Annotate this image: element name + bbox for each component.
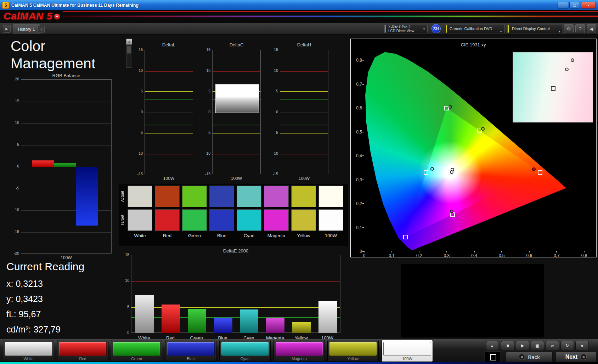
delta_c-xlabel: 100W (212, 176, 261, 181)
collapse-arrow-button[interactable]: ◀ (587, 24, 596, 33)
delta_e_2000-limit-10 (131, 281, 340, 281)
cie-ylabel-0,6: 0,6 (352, 106, 362, 110)
pattern-button-cyan[interactable]: Cyan (219, 340, 271, 362)
delta_c-limit--10 (213, 154, 260, 154)
meter-dropdown[interactable]: X-Rite i1Pro 2 LCD Direct View ▼ (384, 24, 428, 33)
pattern-swatch-100w (383, 342, 431, 356)
cie-ytick (362, 84, 364, 85)
swatch-row-label-target: Target (120, 209, 126, 231)
delta_e_2000-title: DeltaE 2000 (131, 248, 340, 254)
meter-dropdown-text: X-Rite i1Pro 2 LCD Direct View (385, 24, 427, 33)
delta_h-plot (280, 50, 328, 174)
cie-xtick (391, 251, 392, 252)
delta_e_2000-ytick-10: 10 (122, 278, 129, 283)
scroll-up-button[interactable]: ▲ (126, 39, 132, 45)
cie-ytick (362, 251, 364, 252)
cie-ytick (362, 155, 364, 156)
close-button[interactable]: × (581, 2, 596, 8)
pattern-button-red[interactable]: Red (57, 340, 108, 362)
delta_c-ytick-5: 5 (204, 89, 210, 93)
delta_h-ytick--10: -10 (272, 151, 278, 155)
pattern-label-yellow: Yellow (328, 357, 378, 361)
calman-logo: CalMAN 5 (4, 11, 53, 22)
cie-xlabel-0,2: 0,2 (412, 253, 426, 258)
charts-scrollbar[interactable]: ▲ (126, 39, 132, 68)
cie-ylabel-0,3: 0,3 (352, 177, 362, 182)
scrollbar-thumb[interactable] (127, 46, 131, 53)
help-button[interactable]: ? (575, 24, 585, 33)
next-button[interactable]: Next » (555, 352, 597, 362)
delta_l-limit-10 (145, 71, 193, 72)
delta_l-ytick--5: -5 (136, 130, 143, 135)
tab-history-1[interactable]: History 1 (13, 24, 40, 34)
rgb_balance-plot (21, 79, 112, 254)
pattern-button-blue[interactable]: Blue (165, 340, 216, 362)
pattern-button-magenta[interactable]: Magenta (273, 340, 325, 362)
delta_c-ytick--15: -15 (204, 172, 210, 176)
delta_l-limit--3 (145, 125, 193, 125)
pattern-window-button[interactable] (485, 352, 501, 362)
rgb_balance-gridline--15 (21, 232, 111, 233)
display-control-dropdown[interactable]: Direct Display Control ▼ (507, 24, 563, 33)
transport-play-button[interactable]: ▶ (516, 341, 529, 350)
gear-icon[interactable]: ⚙ (564, 24, 574, 33)
swatch-row-label-actual: Actual (120, 186, 126, 207)
cie-ytick (362, 132, 364, 132)
next-chevron-icon: » (580, 354, 587, 360)
swatch-target-white (128, 209, 152, 231)
swatch-col-label-cyan: Cyan (235, 233, 263, 238)
delta_e_2000-ytick-15: 15 (122, 252, 129, 257)
source-label: Generic Calibration DVD (450, 27, 492, 31)
swatch-col-label-white: White (126, 233, 154, 238)
delta_h-xlabel: 100W (280, 176, 328, 181)
maximize-button[interactable]: □ (569, 2, 580, 8)
cie-ytick (362, 227, 364, 228)
delta_e_2000-bar-red (162, 305, 180, 333)
source-dropdown[interactable]: Generic Calibration DVD ▼ (445, 24, 504, 33)
rgb_balance-ytick--15: -15 (12, 229, 19, 234)
transport-stop-button[interactable]: ■ (501, 341, 514, 350)
swatch-target-magenta (264, 209, 289, 231)
delta_h-ytick-0: 0 (272, 110, 278, 114)
pattern-swatch-green (113, 342, 160, 356)
delta_l-ytick-0: 0 (136, 110, 143, 114)
cie-measurement-red (532, 167, 536, 171)
cie-measurement-cyan (430, 167, 434, 171)
minimize-button[interactable]: – (558, 2, 568, 8)
pattern-swatch-blue (167, 342, 215, 356)
delta_c-ytick-0: 0 (204, 110, 210, 114)
pattern-swatch-cyan (221, 342, 269, 356)
swatch-target-red (155, 209, 180, 231)
pattern-count-badge[interactable]: 234 (431, 24, 441, 33)
workspace: Color Management RGB Balance20151050-5-1… (0, 35, 598, 339)
delta_l-ytick-15: 15 (136, 47, 143, 52)
logo-bar: CalMAN 5 ▼ (0, 10, 598, 23)
pattern-button-white[interactable]: White (3, 340, 54, 362)
cie-xtick (556, 251, 557, 252)
cie-xtick (419, 251, 419, 252)
pattern-button-100w[interactable]: 100W (382, 340, 433, 362)
transport-record-button[interactable]: ● (575, 341, 589, 350)
transport-loop-button[interactable]: ↻ (560, 341, 574, 350)
add-tab-button[interactable]: + (38, 26, 45, 33)
reading-y: y: 0,3423 (6, 291, 84, 307)
delta_h-ytick-15: 15 (272, 47, 278, 52)
back-button[interactable]: « Back (506, 352, 553, 362)
pattern-button-yellow[interactable]: Yellow (327, 340, 379, 362)
delta_h-limit-5 (280, 91, 328, 92)
eject-button[interactable]: ▲ (486, 341, 498, 350)
transport-continuous-button[interactable]: ∞ (546, 341, 559, 350)
pattern-button-green[interactable]: Green (111, 340, 162, 362)
window-title: CalMAN 5 CalMAN Ultimate for Business 11… (11, 3, 555, 8)
pattern-swatch-magenta (275, 342, 323, 356)
transport-window-pattern-button[interactable]: ▣ (531, 341, 544, 350)
logo-menu-button[interactable]: ▼ (54, 13, 60, 20)
delta_c-limit-10 (213, 71, 260, 72)
delta_c-limit--3 (213, 125, 260, 125)
delta_h-ytick-5: 5 (272, 89, 278, 93)
cie-xtick (529, 251, 530, 252)
cie-xtick (446, 251, 447, 252)
red-divider-line (63, 11, 598, 12)
panel-toggle-button[interactable]: ▶ (3, 25, 11, 33)
scrollbar-track[interactable] (126, 45, 132, 68)
